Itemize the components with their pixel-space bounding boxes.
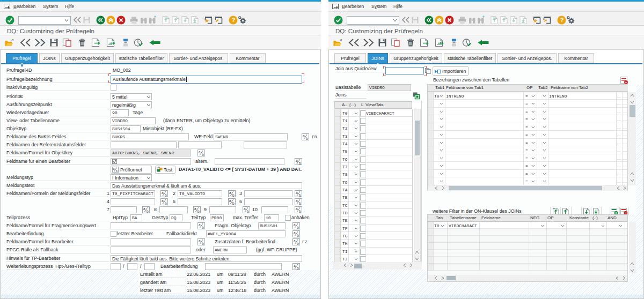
svg-text:b: b xyxy=(297,266,299,270)
svg-text:a: a xyxy=(199,150,201,154)
svg-text:a: a xyxy=(162,191,164,195)
svg-text:b: b xyxy=(306,137,308,140)
svg-text:a: a xyxy=(296,199,298,203)
svg-text:a: a xyxy=(296,191,298,195)
svg-text:b: b xyxy=(297,242,299,245)
svg-text:a: a xyxy=(229,191,231,195)
svg-text:?: ? xyxy=(560,17,564,23)
svg-text:a: a xyxy=(303,134,305,138)
svg-text:a: a xyxy=(294,264,296,267)
svg-text:b: b xyxy=(299,193,301,197)
svg-text:b: b xyxy=(202,242,204,245)
svg-text:b: b xyxy=(147,210,149,213)
svg-text:b: b xyxy=(197,210,200,213)
svg-text:a: a xyxy=(199,223,201,227)
svg-text:b: b xyxy=(299,161,301,165)
svg-text:a: a xyxy=(244,207,246,211)
svg-text:b: b xyxy=(247,210,249,213)
svg-text:a: a xyxy=(294,223,296,227)
svg-text:b: b xyxy=(116,169,118,173)
svg-text:a: a xyxy=(296,159,298,162)
svg-text:b: b xyxy=(297,226,299,229)
svg-text:b: b xyxy=(165,193,167,197)
svg-text:b: b xyxy=(297,234,299,237)
svg-text:a: a xyxy=(296,207,298,211)
svg-text:b: b xyxy=(299,210,301,213)
svg-text:b: b xyxy=(202,153,204,156)
svg-text:b: b xyxy=(202,226,204,229)
svg-text:?: ? xyxy=(232,17,236,23)
svg-text:a: a xyxy=(143,207,145,211)
svg-text:a: a xyxy=(294,231,296,235)
svg-text:a: a xyxy=(199,239,201,243)
svg-text:a: a xyxy=(194,207,196,211)
svg-text:b: b xyxy=(165,201,167,205)
svg-text:a: a xyxy=(294,239,296,243)
svg-text:a: a xyxy=(162,199,164,203)
svg-text:b: b xyxy=(232,193,235,197)
svg-text:a: a xyxy=(229,199,231,203)
svg-text:b: b xyxy=(232,201,235,205)
svg-text:b: b xyxy=(299,201,301,205)
